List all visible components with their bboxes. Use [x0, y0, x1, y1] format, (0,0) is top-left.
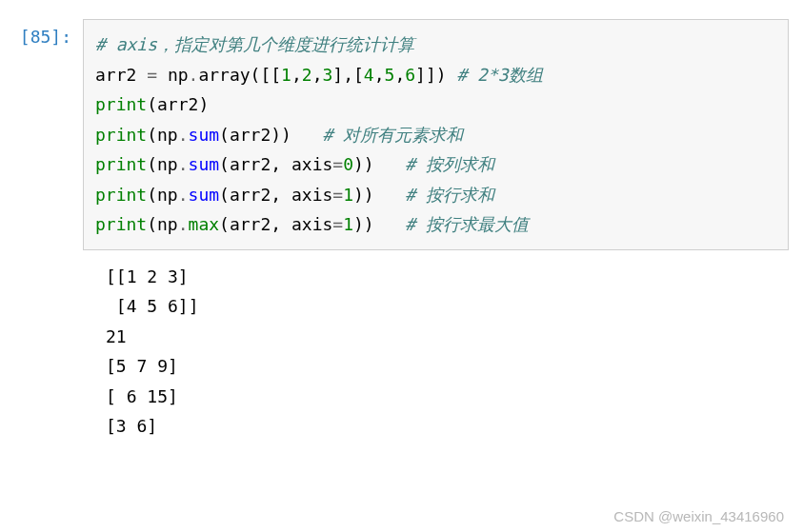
- output-line: [[1 2 3]: [106, 266, 189, 286]
- code-token: ]]): [415, 65, 456, 85]
- output-line: [5 7 9]: [106, 356, 178, 376]
- code-token: np: [157, 125, 178, 145]
- code-token: )): [353, 185, 405, 205]
- code-token: axis: [291, 214, 332, 234]
- code-token: ): [198, 94, 209, 114]
- code-token: .: [189, 65, 199, 85]
- code-token: .: [178, 185, 189, 205]
- code-token: 2: [302, 65, 312, 85]
- code-token: ,: [271, 154, 291, 174]
- code-token: print: [95, 154, 147, 174]
- code-token: arr2: [230, 154, 271, 174]
- code-token: axis: [291, 154, 332, 174]
- code-token: .: [178, 214, 189, 234]
- code-token: (: [219, 185, 230, 205]
- code-token: =: [332, 214, 343, 234]
- code-token: .: [178, 125, 189, 145]
- code-token: .: [178, 154, 189, 174]
- code-token: arr2: [230, 185, 271, 205]
- code-comment: # 按行求最大值: [405, 214, 529, 234]
- code-token: =: [332, 185, 343, 205]
- code-token: print: [95, 214, 147, 234]
- code-token: )): [271, 125, 322, 145]
- code-comment: # 2*3数组: [456, 65, 542, 85]
- code-token: =: [136, 65, 168, 85]
- code-token: arr2: [230, 214, 271, 234]
- jupyter-cell: [85]: # axis，指定对第几个维度进行统计计算 arr2 = np.ar…: [14, 19, 789, 250]
- code-token: (: [219, 214, 230, 234]
- code-token: np: [168, 65, 189, 85]
- code-token: ,: [394, 65, 405, 85]
- output-line: [4 5 6]]: [106, 296, 199, 316]
- code-input[interactable]: # axis，指定对第几个维度进行统计计算 arr2 = np.array([[…: [83, 19, 789, 250]
- code-token: )): [353, 214, 405, 234]
- code-token: 6: [405, 65, 415, 85]
- code-token: ],[: [332, 65, 364, 85]
- code-token: 1: [281, 65, 291, 85]
- code-token: axis: [291, 185, 332, 205]
- code-token: (: [147, 214, 157, 234]
- code-token: arr2: [157, 94, 198, 114]
- code-token: (: [219, 154, 230, 174]
- code-token: (: [147, 154, 157, 174]
- cell-output: [[1 2 3] [4 5 6]] 21 [5 7 9] [ 6 15] [3 …: [94, 250, 789, 442]
- code-token: ,: [271, 185, 291, 205]
- code-token: ([[: [251, 65, 282, 85]
- code-token: ,: [271, 214, 291, 234]
- code-comment: # 按行求和: [405, 185, 494, 205]
- code-token: 4: [364, 65, 374, 85]
- code-token: sum: [189, 125, 220, 145]
- code-token: 1: [343, 185, 353, 205]
- code-token: 3: [322, 65, 332, 85]
- code-token: sum: [189, 154, 220, 174]
- code-token: np: [157, 154, 178, 174]
- output-line: 21: [106, 326, 127, 346]
- output-line: [3 6]: [106, 416, 157, 436]
- code-token: ,: [374, 65, 385, 85]
- code-token: (: [219, 125, 230, 145]
- code-token: ,: [312, 65, 323, 85]
- code-token: =: [332, 154, 343, 174]
- code-token: 0: [343, 154, 353, 174]
- output-line: [ 6 15]: [106, 386, 178, 406]
- code-token: arr2: [230, 125, 271, 145]
- code-token: arr2: [95, 65, 136, 85]
- code-token: array: [198, 65, 250, 85]
- watermark: CSDN @weixin_43416960: [613, 508, 784, 524]
- code-token: print: [95, 94, 147, 114]
- code-token: max: [189, 214, 220, 234]
- code-token: 1: [343, 214, 353, 234]
- code-token: np: [157, 214, 178, 234]
- code-token: (: [147, 94, 157, 114]
- code-token: (: [147, 125, 157, 145]
- code-token: sum: [189, 185, 220, 205]
- code-token: print: [95, 185, 147, 205]
- code-token: 5: [385, 65, 395, 85]
- code-comment: # 对所有元素求和: [322, 125, 463, 145]
- code-token: np: [157, 185, 178, 205]
- code-comment: # axis，指定对第几个维度进行统计计算: [95, 34, 414, 54]
- code-token: ,: [291, 65, 302, 85]
- code-token: print: [95, 125, 147, 145]
- code-token: )): [353, 154, 405, 174]
- code-comment: # 按列求和: [405, 154, 494, 174]
- code-token: (: [147, 185, 157, 205]
- cell-prompt: [85]:: [14, 19, 83, 47]
